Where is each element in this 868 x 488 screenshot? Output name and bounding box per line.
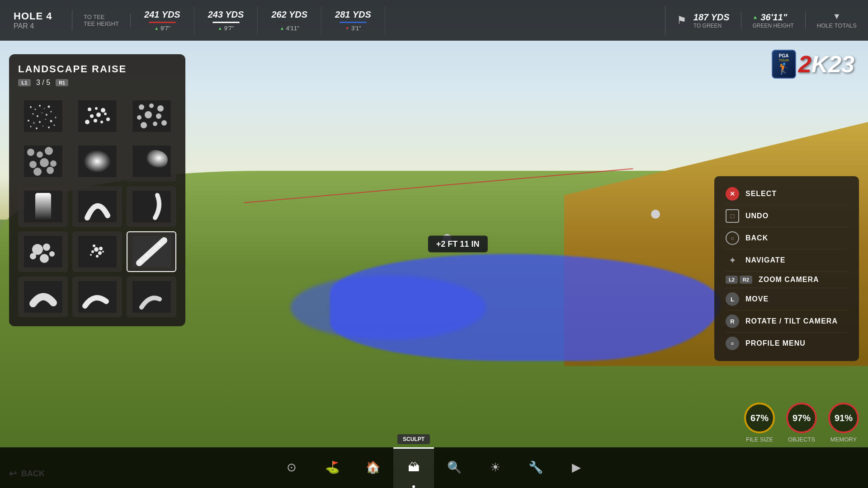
panel-counter: 3 / 5 <box>36 79 50 87</box>
svg-point-4 <box>44 108 45 109</box>
brush-3[interactable] <box>127 96 176 136</box>
svg-rect-57 <box>35 193 51 220</box>
toolbar-icon-5: 🔍 <box>447 460 462 474</box>
r-stick-button[interactable]: R <box>726 314 739 328</box>
tee-section: TO TEE TEE HEIGHT <box>72 14 131 27</box>
svg-point-39 <box>156 113 161 119</box>
svg-point-32 <box>106 117 110 121</box>
toolbar-item-8[interactable]: ▶ <box>556 447 597 488</box>
svg-point-44 <box>27 149 34 156</box>
svg-point-77 <box>143 258 145 259</box>
svg-point-67 <box>94 247 99 252</box>
panel-nav: L1 3 / 5 R1 <box>18 79 176 87</box>
sculpt-highlight <box>330 254 721 361</box>
brush-7[interactable] <box>18 186 68 227</box>
brush-11[interactable] <box>72 231 122 272</box>
brush-4[interactable] <box>18 141 68 182</box>
toolbar-item-5[interactable]: 🔍 <box>434 447 475 488</box>
svg-point-50 <box>33 168 42 176</box>
svg-point-7 <box>37 115 38 117</box>
hole-totals-label: HOLE TOTALS <box>817 22 857 29</box>
toolbar-item-7[interactable]: 🔧 <box>515 447 556 488</box>
toolbar-icon-8: ▶ <box>572 460 581 474</box>
toolbar-item-1[interactable]: ⊙ <box>271 447 312 488</box>
control-undo: □ UNDO <box>726 205 848 227</box>
brush-7-preview <box>24 191 62 222</box>
undo-label: UNDO <box>745 212 769 220</box>
green-height-section: ▲ 36'11" GREEN HEIGHT <box>741 12 806 29</box>
distances-section: 241 YDS ▲ 9'7" 243 YDS ▲ 9'7" 262 YDS ▲ … <box>131 6 665 35</box>
pga-golfer-icon: 🏌 <box>777 62 791 75</box>
svg-point-25 <box>101 108 105 113</box>
tee-height-label: TEE HEIGHT <box>84 20 119 27</box>
brush-5[interactable] <box>72 141 122 182</box>
brush-9-preview <box>132 191 171 222</box>
control-back: ○ BACK <box>726 227 848 249</box>
x-button[interactable]: ✕ <box>726 187 739 201</box>
svg-point-40 <box>141 122 147 128</box>
brush-9[interactable] <box>127 186 176 227</box>
toolbar-item-4[interactable]: SCULPT 🏔 <box>393 447 434 488</box>
toolbar-icon-4: 🏔 <box>408 460 420 474</box>
dist-yds-4: 281 YDS <box>335 9 371 20</box>
brush-2[interactable] <box>72 96 122 136</box>
hole-name: HOLE 4 <box>14 10 58 22</box>
svg-point-55 <box>142 150 168 170</box>
dist-yds-3: 262 YDS <box>271 9 307 20</box>
square-button[interactable]: □ <box>726 209 739 223</box>
brush-grid <box>18 96 176 317</box>
rotate-label: ROTATE / TILT CAMERA <box>745 317 838 325</box>
l-stick-button[interactable]: L <box>726 292 739 306</box>
svg-point-74 <box>90 254 92 256</box>
l1-button[interactable]: L1 <box>18 79 31 86</box>
svg-point-79 <box>154 248 156 249</box>
toolbar-item-2[interactable]: ⛳ <box>312 447 353 488</box>
filesize-circle: 67% <box>744 403 775 433</box>
brush-6[interactable] <box>127 141 176 182</box>
dist-bar-1 <box>149 22 176 23</box>
svg-point-18 <box>36 127 38 129</box>
pga-tour-text: TOUR <box>778 58 789 62</box>
dist-item-4: 281 YDS ▼ 3'1" <box>321 6 385 35</box>
brush-14[interactable] <box>72 277 122 317</box>
toolbar-item-6[interactable]: ☀ <box>475 447 515 488</box>
panel-title: LANDSCAPE RAISE <box>18 63 176 75</box>
brush-15[interactable] <box>127 277 176 317</box>
svg-point-9 <box>46 114 47 116</box>
brush-12-preview <box>132 236 171 267</box>
svg-point-19 <box>42 126 43 127</box>
toolbar-item-3[interactable]: 🏠 <box>353 447 393 488</box>
brush-8-preview <box>78 191 117 222</box>
brush-12[interactable] <box>127 231 176 272</box>
objects-value: 97% <box>793 413 811 423</box>
r2-button[interactable]: R2 <box>740 276 752 284</box>
brush-3-preview <box>132 100 171 132</box>
brush-1[interactable] <box>18 96 68 136</box>
svg-point-15 <box>50 120 52 122</box>
svg-point-1 <box>30 106 32 108</box>
stats-panel: 67% FILE SIZE 97% OBJECTS 91% MEMORY <box>744 403 859 443</box>
dpad-button[interactable]: ✦ <box>726 253 739 267</box>
svg-point-13 <box>39 121 41 123</box>
dist-bar-2 <box>212 22 240 23</box>
r1-button[interactable]: R1 <box>56 79 68 86</box>
circle-button[interactable]: ○ <box>726 231 739 245</box>
control-rotate: R ROTATE / TILT CAMERA <box>726 310 848 333</box>
stat-objects: 97% OBJECTS <box>786 403 817 443</box>
svg-point-64 <box>40 254 49 263</box>
l2-button[interactable]: L2 <box>726 276 738 284</box>
toolbar-icon-1: ⊙ <box>287 460 297 474</box>
brush-1-preview <box>24 100 62 132</box>
svg-rect-59 <box>132 191 171 222</box>
svg-point-21 <box>53 125 55 126</box>
hole-info: HOLE 4 PAR 4 <box>0 10 72 30</box>
menu-button[interactable]: ≡ <box>726 337 739 350</box>
brush-8[interactable] <box>72 186 122 227</box>
brush-13[interactable] <box>18 277 68 317</box>
objects-label: OBJECTS <box>788 436 815 443</box>
hole-par: PAR 4 <box>14 22 58 30</box>
brush-10[interactable] <box>18 231 68 272</box>
logo-23: 23 <box>828 51 854 77</box>
l2r2-buttons: L2 R2 <box>726 276 752 284</box>
dist-bar-3 <box>276 22 303 23</box>
